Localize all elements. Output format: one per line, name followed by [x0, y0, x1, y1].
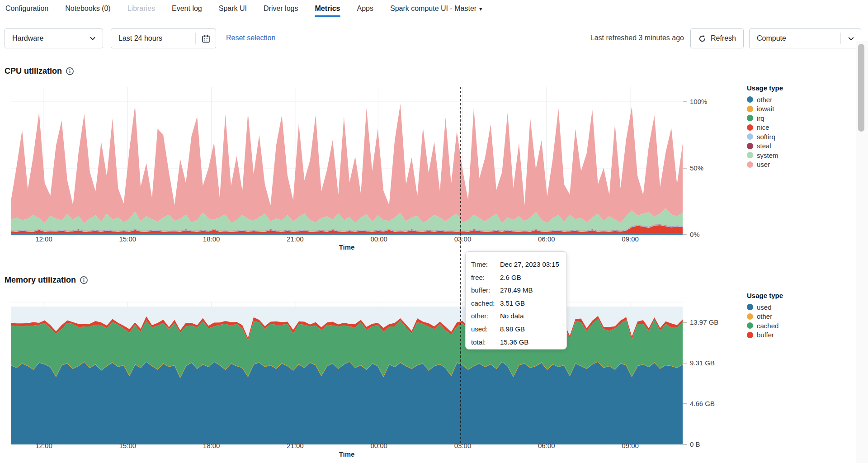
cpu-legend-item-iowait[interactable]: iowait [747, 104, 783, 114]
legend-label: steal [757, 142, 771, 150]
legend-label: nice [757, 123, 769, 131]
memory-legend-item-cached[interactable]: cached [747, 321, 783, 331]
cpu-legend-item-nice[interactable]: nice [747, 123, 783, 132]
memory-xtick-label: 18:00 [203, 442, 220, 449]
memory-legend-item-other[interactable]: other [747, 312, 783, 321]
legend-dot-icon [747, 133, 753, 140]
metrics-page: ConfigurationNotebooks (0)LibrariesEvent… [0, 0, 868, 463]
tooltip-row: buffer:278.49 MB [471, 284, 562, 297]
info-icon[interactable] [80, 276, 88, 284]
tab-apps[interactable]: Apps [357, 0, 373, 17]
cpu-xtick-label: 09:00 [622, 235, 639, 243]
reset-selection-link[interactable]: Reset selection [226, 34, 275, 42]
legend-label: user [757, 161, 770, 168]
legend-label: other [757, 312, 772, 320]
tab-event-log[interactable]: Event log [172, 0, 202, 17]
tooltip-value: 3.51 GB [500, 297, 525, 310]
tooltip-row: Time:Dec 27, 2023 03:15 [471, 258, 562, 271]
tooltip-label: cached: [471, 297, 500, 310]
memory-xtick-label: 09:00 [622, 442, 639, 449]
cpu-xtick-label: 06:00 [538, 235, 555, 243]
legend-label: used [757, 303, 772, 311]
time-range-value: Last 24 hours [111, 34, 195, 43]
legend-dot-icon [747, 152, 753, 158]
cpu-legend-item-other[interactable]: other [747, 95, 783, 104]
legend-label: iowait [757, 105, 774, 113]
memory-title-text: Memory utilization [5, 275, 76, 285]
legend-dot-icon [747, 106, 753, 112]
tooltip-row: other:No data [471, 310, 562, 323]
tab-spark-compute[interactable]: Spark compute UI - Master▾ [390, 0, 482, 17]
chart-tooltip: Time:Dec 27, 2023 03:15free:2.6 GBbuffer… [465, 251, 567, 350]
legend-label: other [757, 96, 772, 104]
memory-xtick-label: 06:00 [538, 442, 555, 449]
legend-dot-icon [747, 143, 753, 149]
legend-dot-icon [747, 161, 753, 168]
legend-dot-icon [747, 313, 753, 320]
cpu-ytick-label: 0% [690, 231, 700, 238]
cpu-title-text: CPU utilization [5, 66, 62, 76]
cpu-xtick-label: 18:00 [203, 235, 220, 243]
info-icon[interactable] [66, 67, 74, 76]
legend-dot-icon [747, 304, 753, 310]
memory-utilization-chart[interactable] [0, 0, 868, 463]
tooltip-value: 8.98 GB [500, 323, 525, 336]
memory-ytick-label: 9.31 GB [690, 359, 715, 367]
memory-axis-title: Time [339, 450, 355, 458]
tooltip-label: Time: [471, 258, 500, 271]
cpu-xtick-label: 15:00 [119, 235, 137, 243]
memory-xtick-label: 15:00 [119, 442, 137, 449]
compute-select[interactable]: Compute [749, 28, 861, 48]
refresh-label: Refresh [711, 34, 736, 43]
tab-notebooks[interactable]: Notebooks (0) [65, 0, 111, 17]
legend-dot-icon [747, 332, 753, 338]
cpu-legend-item-softirq[interactable]: softirq [747, 132, 783, 142]
cpu-legend-item-user[interactable]: user [747, 160, 783, 170]
tab-spark-ui[interactable]: Spark UI [219, 0, 247, 17]
scrollbar-track[interactable] [856, 41, 868, 463]
memory-legend: Usage type usedothercachedbuffer [747, 292, 783, 340]
memory-xtick-label: 03:00 [454, 442, 472, 449]
cpu-xtick-label: 00:00 [370, 235, 387, 243]
tooltip-value: No data [500, 310, 524, 323]
metric-category-select[interactable]: Hardware [5, 28, 103, 48]
memory-xtick-label: 00:00 [370, 442, 387, 449]
tooltip-value: Dec 27, 2023 03:15 [500, 258, 559, 271]
cpu-legend-item-steal[interactable]: steal [747, 142, 783, 151]
tooltip-value: 15.36 GB [500, 336, 528, 349]
tooltip-row: free:2.6 GB [471, 271, 562, 284]
refresh-button[interactable]: Refresh [690, 28, 744, 48]
legend-dot-icon [747, 115, 753, 121]
cpu-ytick-label: 100% [690, 98, 707, 105]
cpu-section-title: CPU utilization [5, 66, 74, 76]
cpu-ytick-label: 50% [690, 164, 703, 172]
calendar-icon[interactable] [196, 34, 216, 43]
tooltip-value: 278.49 MB [500, 284, 533, 297]
memory-legend-item-buffer[interactable]: buffer [747, 331, 783, 340]
tooltip-row: total:15.36 GB [471, 336, 562, 349]
tooltip-value: 2.6 GB [500, 271, 521, 284]
tab-configuration[interactable]: Configuration [5, 0, 48, 17]
scrollbar-thumb[interactable] [858, 44, 864, 132]
cpu-legend-item-irq[interactable]: irq [747, 113, 783, 123]
tooltip-row: cached:3.51 GB [471, 297, 562, 310]
memory-xtick-label: 12:00 [35, 442, 52, 449]
tooltip-label: used: [471, 323, 500, 336]
legend-dot-icon [747, 322, 753, 329]
tab-metrics[interactable]: Metrics [315, 0, 340, 17]
tab-libraries: Libraries [127, 0, 155, 17]
time-range-picker[interactable]: Last 24 hours [111, 28, 216, 48]
legend-label: buffer [757, 331, 774, 339]
last-refreshed-text: Last refreshed 3 minutes ago [590, 34, 684, 42]
caret-down-icon: ▾ [479, 6, 482, 12]
memory-legend-item-used[interactable]: used [747, 302, 783, 312]
cpu-xtick-label: 12:00 [35, 235, 52, 243]
memory-ytick-label: 4.66 GB [690, 400, 715, 407]
cpu-legend-item-system[interactable]: system [747, 151, 783, 160]
memory-section-title: Memory utilization [5, 275, 88, 285]
legend-label: cached [757, 322, 778, 330]
cpu-legend-title: Usage type [747, 84, 783, 92]
legend-dot-icon [747, 124, 753, 131]
legend-dot-icon [747, 96, 753, 103]
tab-driver-logs[interactable]: Driver logs [264, 0, 298, 17]
